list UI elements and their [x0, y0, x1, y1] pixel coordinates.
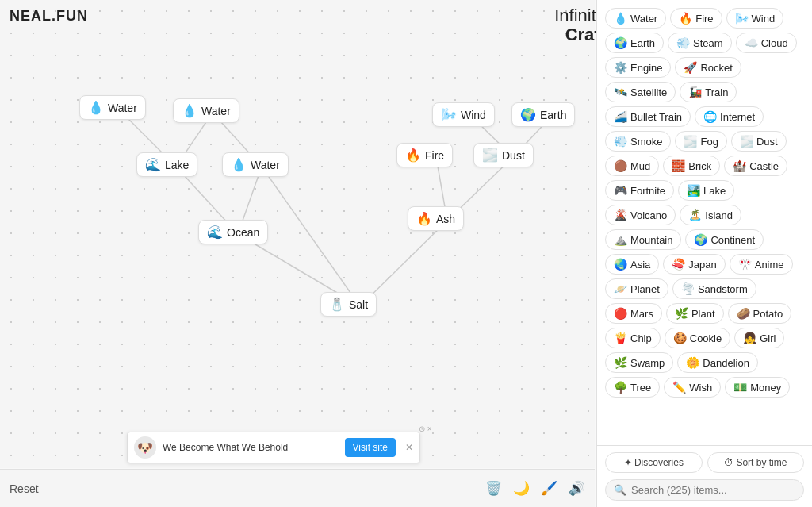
sidebar-item[interactable]: 🚂Train — [680, 82, 737, 102]
item-label: Sandstorm — [698, 283, 748, 295]
canvas-card[interactable]: 🔥Fire — [396, 143, 453, 167]
sidebar-item[interactable]: 🧱Brick — [663, 156, 720, 176]
card-label: Ash — [436, 213, 455, 225]
sidebar-item[interactable]: ⛰️Mountain — [605, 229, 681, 250]
sidebar-item[interactable]: 👧Girl — [734, 328, 784, 348]
item-emoji: 🌪️ — [681, 282, 695, 295]
item-emoji: ⚙️ — [614, 61, 627, 74]
ad-close-icon[interactable]: ✕ — [405, 442, 413, 453]
sort-button[interactable]: ⏱ Sort by time — [707, 452, 805, 473]
sidebar-item[interactable]: 🎌Anime — [730, 254, 793, 275]
canvas-card[interactable]: 💧Water — [173, 98, 239, 123]
item-label: Japan — [688, 259, 716, 271]
sidebar-item[interactable]: 🔴Mars — [605, 303, 662, 324]
sidebar-item[interactable]: 🪐Planet — [605, 278, 668, 299]
canvas-card[interactable]: 🌊Ocean — [198, 220, 268, 244]
item-emoji: 💧 — [614, 12, 627, 25]
sidebar-item[interactable]: 🌫️Fog — [675, 131, 726, 152]
item-label: Lake — [703, 185, 726, 197]
logo: NEAL.FUN — [10, 8, 88, 25]
sidebar-item[interactable]: 🌬️Wind — [726, 8, 784, 29]
item-emoji: 🌬️ — [735, 12, 749, 25]
sidebar-item[interactable]: 🥔Potato — [728, 303, 792, 324]
sidebar-item[interactable]: 🌋Volcano — [605, 205, 676, 225]
sidebar-item[interactable]: ☁️Cloud — [736, 33, 797, 53]
sidebar-item[interactable]: 🌫️Dust — [731, 131, 787, 152]
card-label: Water — [108, 102, 137, 114]
item-emoji: 🏝️ — [688, 209, 702, 221]
sidebar-item[interactable]: 🌪️Sandstorm — [672, 278, 756, 299]
search-input[interactable] — [631, 484, 795, 496]
sidebar-item[interactable]: 💨Steam — [668, 33, 732, 53]
sidebar-item[interactable]: 🌼Dandelion — [677, 352, 758, 373]
item-label: Internet — [720, 111, 755, 123]
sidebar-item[interactable]: 🍣Japan — [663, 254, 725, 275]
moon-icon[interactable]: 🌙 — [513, 480, 530, 497]
sidebar-item[interactable]: 🏞️Lake — [678, 180, 734, 201]
canvas-card[interactable]: 🧂Salt — [320, 292, 377, 317]
item-emoji: 🍪 — [673, 332, 687, 344]
item-emoji: 🌍 — [694, 233, 707, 246]
sidebar-item[interactable]: 🚀Rocket — [675, 57, 741, 78]
canvas-card[interactable]: 💧Water — [222, 152, 289, 177]
sidebar-item[interactable]: 🌿Swamp — [605, 352, 673, 373]
sidebar-item[interactable]: 🌐Internet — [695, 106, 764, 127]
bottom-bar: Reset 🗑️ 🌙 🖌️ 🔊 — [0, 469, 595, 507]
canvas-card[interactable]: 🌍Earth — [511, 102, 575, 127]
sidebar-item[interactable]: 🔥Fire — [670, 8, 722, 29]
sound-icon[interactable]: 🔊 — [569, 480, 585, 497]
item-label: Fog — [700, 136, 718, 148]
sidebar-item[interactable]: 💨Smoke — [605, 131, 671, 152]
sidebar-item[interactable]: 🍟Chip — [605, 328, 661, 348]
item-label: Mountain — [630, 234, 672, 246]
item-emoji: 💵 — [733, 381, 747, 394]
item-label: Girl — [760, 332, 776, 344]
canvas-area[interactable]: 💧Water💧Water🌊Lake💧Water🌬️Wind🌍Earth🔥Fire… — [0, 0, 595, 468]
item-emoji: 🔴 — [614, 307, 627, 320]
sidebar-item[interactable]: 🌍Earth — [605, 33, 664, 53]
item-label: Engine — [630, 62, 662, 74]
item-emoji: 🌍 — [614, 36, 627, 49]
canvas-card[interactable]: 🌫️Dust — [473, 143, 534, 167]
sidebar-item[interactable]: 🛰️Satellite — [605, 82, 676, 102]
sidebar-item[interactable]: 🏝️Island — [680, 205, 741, 225]
ad-text: We Become What We Behold — [163, 442, 339, 453]
sidebar-item[interactable]: ⚙️Engine — [605, 57, 671, 78]
sidebar-item[interactable]: 🎮Fortnite — [605, 180, 674, 201]
sidebar-item[interactable]: ✏️Wish — [664, 377, 721, 398]
sidebar-item[interactable]: 🏰Castle — [724, 156, 787, 176]
card-label: Water — [251, 159, 280, 171]
item-label: Plant — [691, 308, 715, 320]
discoveries-button[interactable]: ✦ Discoveries — [605, 452, 703, 473]
item-emoji: 🧱 — [672, 159, 685, 172]
card-label: Fire — [425, 149, 444, 162]
item-emoji: 🌋 — [614, 209, 627, 221]
sidebar-item[interactable]: 🌏Asia — [605, 254, 659, 275]
sidebar-item[interactable]: 🟤Mud — [605, 156, 659, 176]
sidebar-item[interactable]: 🍪Cookie — [665, 328, 730, 348]
sidebar-item[interactable]: 💧Water — [605, 8, 666, 29]
card-emoji: 🌬️ — [441, 107, 457, 122]
ad-visit-button[interactable]: Visit site — [345, 438, 396, 457]
canvas-card[interactable]: 🔥Ash — [408, 206, 464, 231]
sidebar-item[interactable]: 🚄Bullet Train — [605, 106, 691, 127]
item-label: Potato — [753, 308, 783, 320]
item-label: Smoke — [630, 136, 662, 148]
card-label: Earth — [540, 109, 566, 121]
reset-button[interactable]: Reset — [10, 482, 39, 495]
item-label: Train — [705, 86, 728, 98]
card-emoji: 💧 — [88, 100, 104, 115]
item-emoji: 🌼 — [686, 356, 699, 369]
canvas-card[interactable]: 💧Water — [79, 95, 146, 120]
sidebar-item[interactable]: 💵Money — [725, 377, 790, 398]
card-label: Wind — [461, 109, 486, 121]
brush-icon[interactable]: 🖌️ — [541, 480, 557, 497]
card-emoji: 🧂 — [329, 297, 345, 312]
search-bar[interactable]: 🔍 — [605, 479, 804, 501]
trash-icon[interactable]: 🗑️ — [485, 480, 502, 497]
canvas-card[interactable]: 🌊Lake — [136, 152, 197, 177]
sidebar-item[interactable]: 🌿Plant — [666, 303, 724, 324]
sidebar-item[interactable]: 🌳Tree — [605, 377, 660, 398]
canvas-card[interactable]: 🌬️Wind — [432, 102, 495, 127]
sidebar-item[interactable]: 🌍Continent — [685, 229, 764, 250]
